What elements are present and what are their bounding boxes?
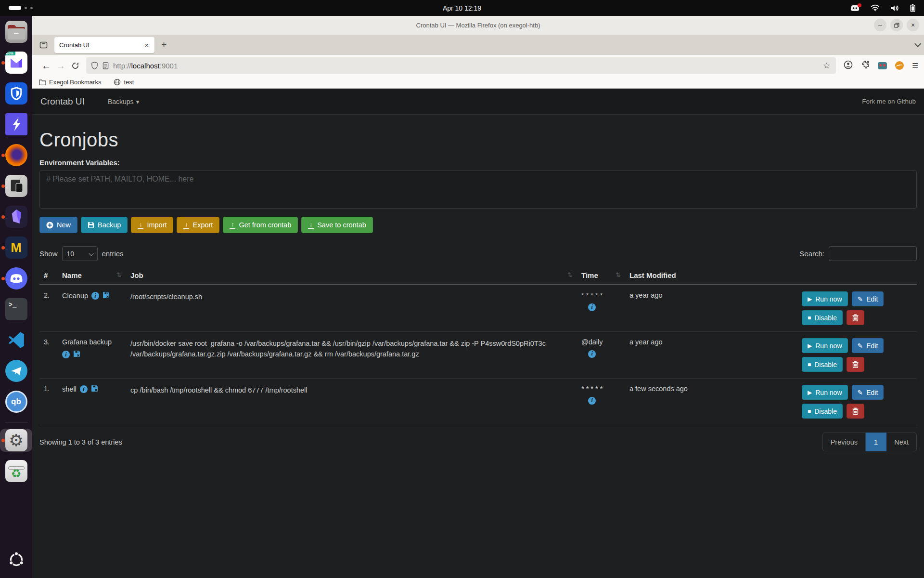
run-now-button[interactable]: ▶Run now: [802, 385, 848, 400]
col-name[interactable]: Name ⇅: [58, 271, 126, 279]
bookmark-star-icon[interactable]: ☆: [822, 61, 831, 71]
dock-item-settings[interactable]: ⚙: [0, 429, 32, 452]
dock-item-tablet-app[interactable]: [0, 174, 32, 197]
list-all-tabs-chevron-icon[interactable]: [914, 40, 921, 47]
backup-button[interactable]: Backup: [81, 217, 128, 233]
dock-item-trash[interactable]: ♻: [0, 460, 32, 483]
system-tray[interactable]: [850, 0, 915, 16]
search-input[interactable]: [829, 246, 917, 261]
sort-icon[interactable]: ⇅: [616, 271, 621, 278]
previous-page-button[interactable]: Previous: [822, 433, 866, 451]
info-icon[interactable]: i: [588, 303, 596, 311]
running-indicator: [1, 154, 5, 157]
delete-button[interactable]: [847, 310, 864, 325]
firefox-view-icon[interactable]: [36, 38, 51, 52]
disable-button[interactable]: ■Disable: [802, 404, 843, 419]
extensions-puzzle-icon[interactable]: [861, 60, 870, 71]
floppy-remove-icon[interactable]: [91, 385, 98, 394]
running-indicator: [1, 277, 5, 280]
url-text[interactable]: http://localhost:9001: [113, 62, 822, 70]
hamburger-menu-icon[interactable]: ≡: [912, 59, 918, 72]
new-tab-button[interactable]: +: [161, 39, 167, 50]
next-page-button[interactable]: Next: [886, 433, 917, 451]
backups-dropdown[interactable]: Backups ▾: [108, 98, 140, 105]
job-command: /usr/bin/docker save root_grafana -o /va…: [126, 338, 577, 372]
dock-item-m-app[interactable]: M: [0, 236, 32, 259]
edit-pencil-icon: ✎: [858, 342, 863, 349]
window-titlebar[interactable]: Crontab UI — Mozilla Firefox (on exegol-…: [32, 16, 924, 35]
row-name-cell: Grafana backup i: [58, 338, 126, 372]
page-size-select[interactable]: 10: [62, 246, 98, 261]
site-brand[interactable]: Crontab UI: [40, 96, 85, 107]
sort-icon[interactable]: ⇅: [116, 271, 122, 278]
get-from-crontab-button[interactable]: ↑ Get from crontab: [223, 217, 298, 233]
dock-item-files[interactable]: [0, 20, 32, 43]
reload-button[interactable]: [68, 62, 82, 70]
shield-icon[interactable]: [91, 62, 98, 69]
run-now-button[interactable]: ▶Run now: [802, 291, 848, 306]
info-icon[interactable]: i: [80, 385, 88, 393]
edit-button[interactable]: ✎Edit: [852, 385, 884, 400]
info-icon[interactable]: i: [62, 351, 70, 358]
dock-item-vscode[interactable]: [0, 328, 32, 352]
export-button[interactable]: ↓ Export: [177, 217, 219, 233]
info-icon[interactable]: i: [588, 350, 596, 358]
disable-button[interactable]: ■Disable: [802, 310, 843, 325]
dock-item-lightning-app[interactable]: [0, 113, 32, 136]
dock-item-ubuntu[interactable]: [0, 548, 32, 571]
page-info-icon[interactable]: [103, 62, 109, 69]
back-button[interactable]: ←: [39, 60, 53, 71]
plus-circle-icon: [46, 222, 53, 229]
bookmark-exegol-folder[interactable]: Exegol Bookmarks: [39, 79, 101, 86]
col-last-modified[interactable]: Last Modified: [625, 271, 797, 279]
floppy-remove-icon[interactable]: [73, 350, 80, 359]
dock-item-obsidian[interactable]: [0, 205, 32, 228]
restore-button[interactable]: [890, 19, 903, 31]
dock-item-qbittorrent[interactable]: qb: [0, 390, 32, 413]
info-icon[interactable]: i: [588, 397, 596, 405]
extension-orange-icon[interactable]: [895, 61, 904, 70]
dock-item-bitwarden[interactable]: [0, 82, 32, 105]
edit-button[interactable]: ✎Edit: [852, 338, 884, 353]
run-now-button[interactable]: ▶Run now: [802, 338, 848, 353]
running-indicator: [1, 215, 5, 219]
tab-crontab-ui[interactable]: Crontab UI ×: [54, 37, 154, 53]
forward-button[interactable]: →: [53, 60, 68, 71]
close-window-button[interactable]: ×: [907, 19, 919, 31]
discord-tray-icon[interactable]: [850, 4, 860, 12]
dock-item-discord[interactable]: [0, 267, 32, 290]
save-to-crontab-button[interactable]: ↓ Save to crontab: [301, 217, 373, 233]
page-1-button[interactable]: 1: [866, 433, 886, 451]
dock-item-terminal[interactable]: >_: [0, 298, 32, 321]
extension-robot-icon[interactable]: [878, 62, 887, 69]
m-letter-app-icon: M: [5, 236, 27, 259]
col-job[interactable]: Job ⇅: [126, 271, 577, 279]
dock-item-protonmail[interactable]: Beta: [0, 51, 32, 74]
edit-button[interactable]: ✎Edit: [852, 291, 884, 306]
delete-button[interactable]: [847, 404, 864, 419]
env-vars-textarea[interactable]: [39, 170, 917, 209]
wifi-icon[interactable]: [871, 4, 880, 12]
minimize-button[interactable]: –: [874, 19, 886, 31]
import-button[interactable]: ↓ Import: [131, 217, 173, 233]
floppy-remove-icon[interactable]: [103, 291, 110, 300]
url-bar[interactable]: http://localhost:9001 ☆: [86, 57, 836, 74]
col-index[interactable]: #: [39, 271, 58, 279]
delete-button[interactable]: [847, 357, 864, 372]
bookmark-test[interactable]: test: [114, 79, 134, 86]
row-name-cell: shell i: [58, 385, 126, 419]
dock-item-firefox[interactable]: [0, 144, 32, 167]
system-top-bar: Apr 10 12:19: [0, 0, 924, 16]
new-button[interactable]: New: [39, 217, 77, 233]
info-icon[interactable]: i: [91, 292, 99, 300]
system-clock[interactable]: Apr 10 12:19: [0, 4, 924, 12]
tab-close-icon[interactable]: ×: [143, 41, 150, 49]
volume-icon[interactable]: [890, 4, 899, 12]
col-time[interactable]: Time ⇅: [577, 271, 625, 279]
battery-icon[interactable]: [910, 4, 915, 12]
sort-icon[interactable]: ⇅: [567, 271, 573, 278]
dock-item-telegram[interactable]: [0, 359, 32, 382]
fork-github-link[interactable]: Fork me on Github: [862, 98, 916, 105]
disable-button[interactable]: ■Disable: [802, 357, 843, 372]
account-icon[interactable]: [844, 60, 853, 71]
